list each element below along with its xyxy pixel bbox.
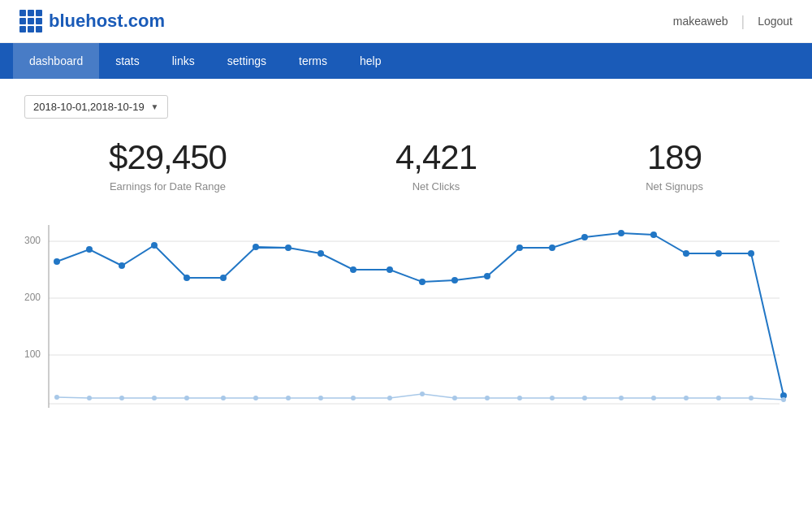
stat-signups-label: Net Signups (646, 180, 703, 193)
svg-point-20 (451, 277, 458, 283)
logo-grid-icon (19, 10, 42, 32)
svg-point-53 (781, 397, 786, 402)
svg-point-42 (420, 392, 425, 396)
svg-point-23 (549, 245, 555, 251)
nav-item-help[interactable]: help (343, 43, 397, 79)
svg-point-35 (184, 396, 189, 400)
svg-point-44 (485, 396, 490, 400)
chart-area: 300 200 100 (24, 217, 788, 412)
svg-point-43 (452, 396, 457, 400)
stat-earnings-value: $29,450 (109, 138, 227, 177)
header-username: makeaweb (673, 15, 728, 28)
svg-point-48 (619, 396, 624, 400)
svg-point-46 (550, 396, 555, 400)
svg-point-34 (152, 396, 157, 400)
svg-point-31 (54, 395, 59, 400)
svg-text:10-15: 10-15 (475, 411, 500, 412)
svg-point-49 (651, 396, 656, 400)
svg-point-21 (484, 273, 490, 279)
nav-item-terms[interactable]: terms (283, 43, 343, 79)
dropdown-arrow-icon: ▼ (151, 102, 159, 111)
svg-text:10-09: 10-09 (276, 411, 301, 412)
svg-point-12 (184, 275, 190, 281)
svg-point-50 (684, 396, 689, 400)
stat-clicks: 4,421 Net Clicks (395, 138, 477, 193)
svg-point-37 (253, 396, 258, 400)
svg-text:10-11: 10-11 (341, 411, 366, 412)
svg-text:300: 300 (24, 235, 41, 246)
svg-point-24 (581, 234, 588, 240)
logo-area: bluehost.com (19, 10, 165, 32)
svg-point-33 (119, 396, 124, 400)
svg-text:10-03: 10-03 (77, 411, 102, 412)
svg-point-11 (151, 242, 158, 249)
date-range-picker[interactable]: 2018-10-01,2018-10-19 ▼ (24, 95, 168, 119)
svg-text:10-19: 10-19 (771, 411, 788, 412)
stat-clicks-value: 4,421 (395, 138, 477, 177)
svg-point-14 (253, 244, 259, 250)
chart-svg: 300 200 100 (24, 217, 788, 412)
svg-point-51 (716, 396, 721, 400)
logo-text: bluehost.com (49, 11, 165, 32)
nav-item-stats[interactable]: stats (99, 43, 156, 79)
nav-item-links[interactable]: links (156, 43, 211, 79)
svg-point-18 (387, 266, 393, 273)
main-content: 2018-10-01,2018-10-19 ▼ $29,450 Earnings… (0, 79, 812, 428)
svg-point-38 (286, 396, 291, 400)
svg-text:100: 100 (24, 348, 41, 360)
svg-point-36 (221, 396, 226, 400)
svg-point-10 (119, 262, 125, 269)
svg-text:10-13: 10-13 (410, 411, 435, 412)
svg-point-19 (419, 279, 425, 285)
svg-point-40 (351, 396, 356, 400)
svg-point-28 (715, 250, 722, 257)
logout-link[interactable]: Logout (758, 15, 793, 28)
svg-point-17 (350, 266, 356, 273)
stat-signups-value: 189 (646, 138, 703, 177)
svg-point-9 (86, 246, 93, 253)
svg-point-25 (618, 230, 624, 236)
stat-clicks-label: Net Clicks (395, 180, 477, 193)
svg-point-41 (387, 396, 392, 400)
stats-row: $29,450 Earnings for Date Range 4,421 Ne… (24, 138, 788, 193)
svg-text:10-07: 10-07 (211, 411, 236, 412)
svg-point-15 (285, 245, 292, 251)
nav-item-settings[interactable]: settings (211, 43, 283, 79)
svg-point-13 (220, 275, 227, 281)
top-header: bluehost.com makeaweb | Logout (0, 0, 812, 43)
svg-point-45 (517, 396, 522, 400)
svg-point-39 (318, 396, 323, 400)
svg-text:10-17: 10-17 (540, 411, 565, 412)
svg-point-32 (87, 396, 92, 400)
svg-point-27 (683, 250, 689, 257)
svg-point-29 (748, 250, 754, 257)
svg-text:200: 200 (24, 292, 41, 303)
stat-earnings: $29,450 Earnings for Date Range (109, 138, 227, 193)
svg-point-26 (650, 232, 657, 238)
svg-point-8 (54, 258, 60, 265)
svg-point-47 (582, 396, 587, 400)
header-divider: | (741, 13, 745, 30)
stat-signups: 189 Net Signups (646, 138, 703, 193)
nav-bar: dashboard stats links settings terms hel… (0, 43, 812, 79)
svg-point-16 (317, 250, 324, 257)
svg-text:10-05: 10-05 (142, 411, 167, 412)
stat-earnings-label: Earnings for Date Range (109, 180, 227, 193)
svg-point-52 (749, 396, 754, 400)
nav-item-dashboard[interactable]: dashboard (13, 43, 99, 79)
date-range-value: 2018-10-01,2018-10-19 (33, 101, 145, 113)
header-right: makeaweb | Logout (673, 13, 793, 30)
svg-point-22 (516, 245, 523, 251)
